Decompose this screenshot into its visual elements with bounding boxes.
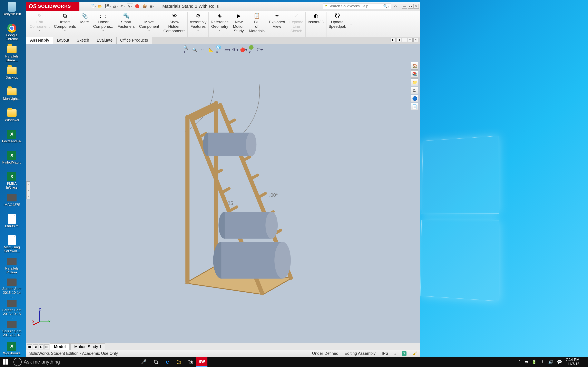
- ribbon-reference-geometry[interactable]: ◈ReferenceGeometry▾: [209, 12, 231, 37]
- section-view-icon[interactable]: 📐: [208, 47, 214, 53]
- tray-notifications-icon[interactable]: 💬: [557, 359, 562, 364]
- restore-button[interactable]: ▭: [408, 4, 413, 8]
- desktop-icon[interactable]: Screen Shot 2015-10-18 ...: [2, 299, 22, 319]
- desktop-icon[interactable]: Desktop: [2, 65, 22, 86]
- status-paint-icon[interactable]: 🖌: [413, 351, 417, 356]
- close-button[interactable]: ✕: [414, 4, 419, 8]
- start-button[interactable]: [0, 357, 11, 367]
- ribbon-explode-line-sketch[interactable]: ⟋ExplodeLineSketch: [287, 12, 306, 37]
- doc-close-icon[interactable]: ✕: [414, 38, 418, 42]
- ribbon-assembly-features[interactable]: ⚙AssemblyFeatures▾: [188, 12, 209, 37]
- search-icon[interactable]: 🔍: [383, 4, 389, 8]
- ribbon-move-component[interactable]: ↔MoveComponent▾: [137, 12, 161, 37]
- tray-overflow-icon[interactable]: ˄: [519, 359, 521, 364]
- tab-nav-last-icon[interactable]: ⏭: [44, 344, 49, 349]
- ribbon-bill-of-materials[interactable]: 📋BillofMaterials: [247, 12, 267, 37]
- help-search-input[interactable]: [329, 4, 381, 8]
- bottom-tab-model[interactable]: Model: [50, 343, 70, 350]
- desktop-icon[interactable]: Screen Shot 2015-10-14 ...: [2, 277, 22, 298]
- tray-parallels-icon[interactable]: ⇆: [525, 359, 528, 364]
- view-orientation-icon[interactable]: 🧊▾: [216, 47, 222, 53]
- status-units[interactable]: IPS: [382, 351, 388, 356]
- minimize-button[interactable]: —: [402, 4, 407, 8]
- desktop-icon[interactable]: Screen Shot 2015-11-07 ...: [2, 320, 22, 340]
- doc-restore-icon[interactable]: ▭: [408, 38, 413, 42]
- tab-nav-next-icon[interactable]: ▶: [39, 344, 43, 349]
- desktop-icon[interactable]: Google Chrome: [2, 23, 22, 43]
- tab-office-products[interactable]: Office Products: [116, 37, 152, 44]
- edge-taskbar-icon[interactable]: e: [162, 357, 173, 367]
- solidworks-taskbar-icon[interactable]: SW: [196, 357, 208, 367]
- display-style-icon[interactable]: ▭▾: [224, 47, 230, 53]
- apply-scene-icon[interactable]: 🟢▾: [249, 47, 255, 53]
- tray-network-icon[interactable]: 🖧: [540, 360, 545, 364]
- tray-battery-icon[interactable]: 🔋: [532, 359, 537, 364]
- ribbon-mate[interactable]: 📎Mate: [78, 12, 91, 37]
- desktop-icon[interactable]: Parallels Picture: [2, 256, 22, 276]
- ribbon-edit-component[interactable]: ✎EditComponent▾: [27, 12, 52, 37]
- ribbon-instant-d[interactable]: ◐Instant3D: [306, 12, 327, 37]
- tray-volume-icon[interactable]: 🔊: [548, 359, 553, 364]
- desktop-icon[interactable]: MonNight...: [2, 86, 22, 107]
- print-icon[interactable]: 🖨: [112, 3, 118, 9]
- tab-nav-prev-icon[interactable]: ◀: [33, 344, 38, 349]
- design-library-icon[interactable]: 📚: [411, 70, 418, 78]
- desktop-icon[interactable]: Matt using Solidwor...: [2, 235, 22, 255]
- doc-tile-right-icon[interactable]: ◨: [396, 38, 401, 42]
- cortana-search-box[interactable]: Ask me anything 🎤: [24, 357, 150, 367]
- units-dropdown-icon[interactable]: ▴: [394, 352, 396, 355]
- graphics-viewport[interactable]: 🔍+ 🔍 ↩ 📐 🧊▾ ▭▾ 👁▾ 🔴▾ 🟢▾ 🖵▾ 🏠 📚 📁 🗂 🔵 📄: [26, 44, 420, 343]
- tab-nav-first-icon[interactable]: ⏮: [27, 344, 32, 349]
- undo-icon[interactable]: ↶: [120, 3, 126, 9]
- cortana-icon[interactable]: [13, 358, 22, 366]
- desktop-icon[interactable]: IMAG4375: [2, 192, 22, 213]
- tab-layout[interactable]: Layout: [53, 37, 73, 44]
- rebuild-icon[interactable]: 🔴: [134, 3, 140, 9]
- select-arrow-icon[interactable]: ⬉: [127, 3, 133, 9]
- ribbon-show-hidden-components[interactable]: 👁ShowHiddenComponents: [161, 12, 188, 37]
- options-icon[interactable]: 📦: [141, 3, 148, 9]
- ribbon-update-speedpak[interactable]: 🗘UpdateSpeedpak: [327, 12, 348, 37]
- tab-sketch[interactable]: Sketch: [73, 37, 93, 44]
- status-help-icon[interactable]: ?: [402, 351, 406, 356]
- ribbon-new-motion-study[interactable]: ▶NewMotionStudy: [231, 12, 247, 37]
- help-search-box[interactable]: ? 🔍: [323, 3, 391, 9]
- microphone-icon[interactable]: 🎤: [141, 359, 147, 365]
- bottom-tab-motion-study-1[interactable]: Motion Study 1: [70, 343, 105, 350]
- ribbon-exploded-view[interactable]: ✴ExplodedView: [267, 12, 287, 37]
- solidworks-resources-icon[interactable]: 🏠: [411, 62, 418, 69]
- file-explorer-icon[interactable]: 📁: [411, 78, 418, 86]
- taskbar-clock[interactable]: 7:14 PM 11/7/15: [566, 358, 581, 366]
- tab-assembly[interactable]: Assembly: [26, 37, 53, 44]
- ribbon-overflow-icon[interactable]: »: [348, 12, 354, 37]
- task-view-button[interactable]: ⧉: [150, 357, 162, 367]
- show-desktop-button[interactable]: [585, 357, 587, 367]
- doc-minimize-icon[interactable]: —: [402, 38, 407, 42]
- custom-properties-icon[interactable]: 📄: [411, 103, 418, 110]
- desktop-icon[interactable]: Parallels Share...: [2, 44, 22, 64]
- view-palette-icon[interactable]: 🗂: [411, 87, 418, 94]
- desktop-icon[interactable]: XFactsAndFe...: [2, 129, 22, 149]
- zoom-fit-icon[interactable]: 🔍+: [183, 47, 190, 53]
- assembly-model[interactable]: .25 .00°: [149, 75, 304, 304]
- desktop-icon[interactable]: XFailedMacro: [2, 150, 22, 170]
- help-dropdown-icon[interactable]: ?: [392, 3, 398, 9]
- previous-view-icon[interactable]: ↩: [200, 47, 206, 53]
- view-settings-icon[interactable]: 🖵▾: [257, 47, 263, 53]
- ribbon-insert-components[interactable]: ⧉InsertComponents▾: [52, 12, 78, 37]
- store-taskbar-icon[interactable]: 🛍: [185, 357, 196, 367]
- save-icon[interactable]: 💾: [105, 3, 111, 9]
- settings-icon[interactable]: ≣: [149, 3, 155, 9]
- file-explorer-taskbar-icon[interactable]: 🗂: [173, 357, 185, 367]
- hide-show-icon[interactable]: 👁▾: [232, 47, 238, 53]
- edit-appearance-icon[interactable]: 🔴▾: [241, 47, 247, 53]
- zoom-area-icon[interactable]: 🔍: [191, 47, 198, 53]
- new-file-icon[interactable]: 📄: [90, 3, 96, 9]
- ribbon-linear-compone-[interactable]: ⋮⋮LinearCompone...▾: [91, 12, 115, 37]
- view-triad[interactable]: Z Y X: [32, 308, 52, 326]
- tab-evaluate[interactable]: Evaluate: [93, 37, 117, 44]
- desktop-icon[interactable]: Lab08.m: [2, 214, 22, 234]
- doc-tile-left-icon[interactable]: ◧: [390, 38, 396, 42]
- open-file-icon[interactable]: 📂: [97, 3, 104, 9]
- desktop-icon[interactable]: Windows: [2, 108, 22, 128]
